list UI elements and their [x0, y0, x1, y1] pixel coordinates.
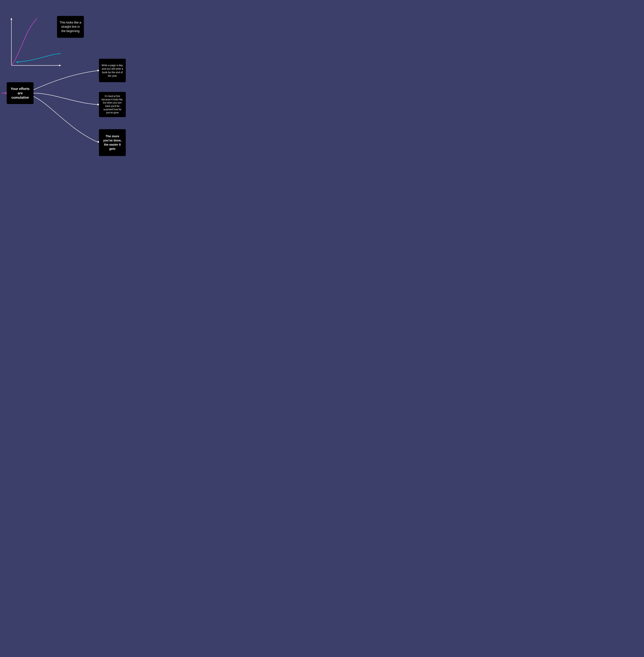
straight-line-card: This looks like a straight line in the b…	[57, 16, 84, 38]
svg-marker-4	[16, 61, 18, 63]
cumulative-card: Your efforts are cumulative	[7, 82, 33, 104]
hard-first-card: It's hard at first because it looks flat…	[99, 92, 126, 117]
straight-line-text: This looks like a straight line in the b…	[59, 21, 82, 33]
svg-marker-3	[59, 65, 61, 66]
write-page-text: Write a page a day, and you will write a…	[101, 63, 124, 77]
svg-marker-1	[10, 18, 12, 20]
hard-first-text: It's hard at first because it looks flat…	[101, 95, 124, 114]
write-page-card: Write a page a day, and you will write a…	[99, 59, 126, 82]
cumulative-text: Your efforts are cumulative	[9, 87, 31, 100]
easier-text: The more you've done, the easier it gets	[101, 134, 124, 151]
easier-card: The more you've done, the easier it gets	[99, 129, 126, 156]
